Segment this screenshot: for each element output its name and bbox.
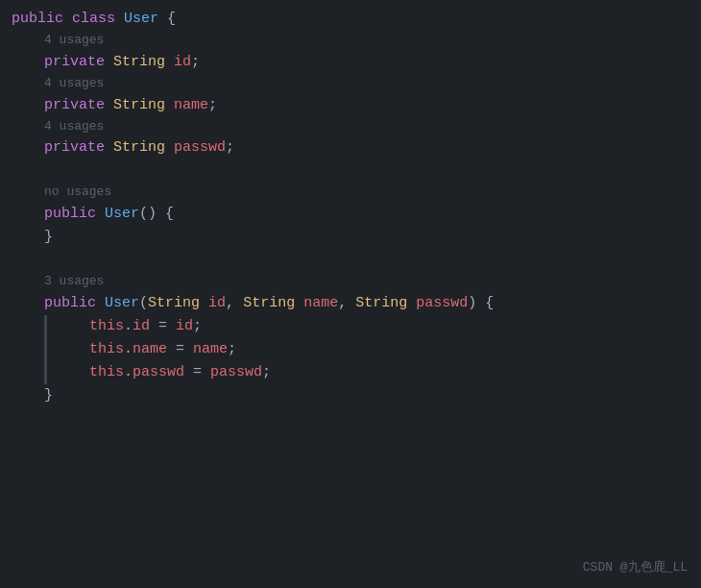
this-keyword-2: this <box>89 338 124 361</box>
type-string-param2: String <box>243 292 295 315</box>
keyword-class: class <box>72 8 115 31</box>
keyword-private-3: private <box>44 136 105 159</box>
usage-hint-3usages: 3 usages <box>44 272 701 292</box>
usage-hint-no-usages: no usages <box>44 183 701 203</box>
keyword-public-2: public <box>44 203 96 226</box>
line-body-2-container: this.name = name; <box>44 338 701 361</box>
line-constructor1: public User() { <box>44 203 701 226</box>
class-name-user: User <box>124 8 158 31</box>
param-id: id <box>208 292 226 315</box>
code-content: public class User { 4 usages private Str… <box>12 8 701 430</box>
empty-line-3 <box>12 407 701 430</box>
line-close-brace-1: } <box>44 226 701 249</box>
field-ref-name: name <box>133 338 167 361</box>
type-string-param1: String <box>148 292 200 315</box>
class-name-constructor1: User <box>105 203 139 226</box>
this-keyword-3: this <box>89 361 124 384</box>
var-passwd: passwd <box>174 136 226 159</box>
var-id: id <box>174 51 191 74</box>
line-field-id: private String id; <box>44 51 701 74</box>
type-string-1: String <box>113 51 165 74</box>
param-ref-passwd: passwd <box>210 361 262 384</box>
code-editor: public class User { 4 usages private Str… <box>0 0 701 588</box>
left-bar-2 <box>44 338 47 361</box>
line-body-1-container: this.id = id; <box>44 315 701 338</box>
line-body-1: this.id = id; <box>89 315 202 338</box>
keyword-public: public <box>12 8 63 31</box>
keyword-private-2: private <box>44 94 105 117</box>
empty-line-1 <box>12 159 701 183</box>
usage-hint-2: 4 usages <box>44 74 701 94</box>
class-name-constructor2: User <box>105 292 139 315</box>
param-ref-name: name <box>193 338 228 361</box>
line-close-brace-2: } <box>44 384 701 407</box>
keyword-public-3: public <box>44 292 96 315</box>
field-ref-passwd: passwd <box>133 361 184 384</box>
field-ref-id: id <box>133 315 150 338</box>
line-field-name: private String name; <box>44 94 701 117</box>
line-constructor2: public User(String id, String name, Stri… <box>44 292 701 315</box>
param-ref-id: id <box>176 315 193 338</box>
left-bar-1 <box>44 315 47 338</box>
param-name: name <box>303 292 338 315</box>
line-body-2: this.name = name; <box>89 338 236 361</box>
usage-hint-1: 4 usages <box>44 31 701 51</box>
line-body-3-container: this.passwd = passwd; <box>44 361 701 384</box>
line-field-passwd: private String passwd; <box>44 136 701 159</box>
this-keyword-1: this <box>89 315 124 338</box>
type-string-2: String <box>113 94 165 117</box>
var-name: name <box>174 94 208 117</box>
watermark: CSDN @九色鹿_LL <box>583 558 688 578</box>
empty-line-2 <box>12 249 701 272</box>
line-body-3: this.passwd = passwd; <box>89 361 271 384</box>
usage-hint-3: 4 usages <box>44 117 701 137</box>
param-passwd: passwd <box>416 292 468 315</box>
type-string-param3: String <box>355 292 407 315</box>
type-string-3: String <box>113 136 165 159</box>
keyword-private-1: private <box>44 51 105 74</box>
line-class-declaration: public class User { <box>12 8 701 31</box>
left-bar-3 <box>44 361 47 384</box>
